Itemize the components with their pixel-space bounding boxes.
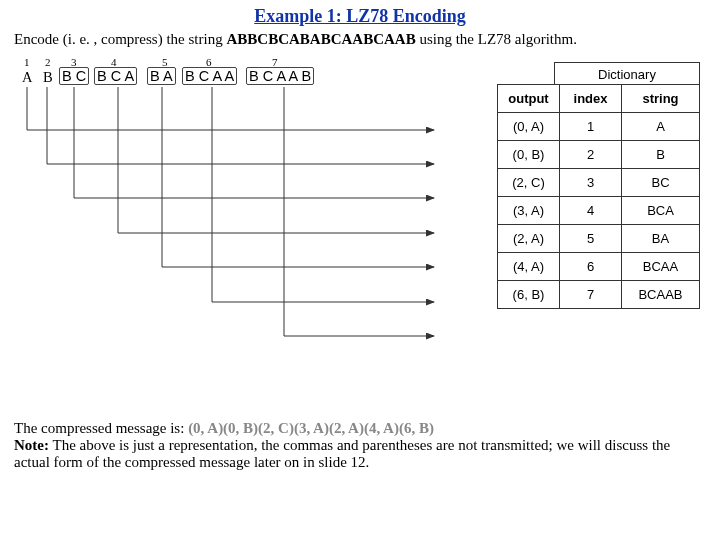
table-row: (3, A) 4 BCA bbox=[498, 197, 700, 225]
cell-index: 1 bbox=[560, 113, 622, 141]
cell-index: 2 bbox=[560, 141, 622, 169]
cell-string: BC bbox=[622, 169, 700, 197]
cell-output: (3, A) bbox=[498, 197, 560, 225]
page-title: Example 1: LZ78 Encoding bbox=[0, 0, 720, 27]
col-string: string bbox=[622, 85, 700, 113]
prompt-pre: Encode (i. e. , compress) the string bbox=[14, 31, 226, 47]
table-row: (0, B) 2 B bbox=[498, 141, 700, 169]
footer-text: The compressed message is: (0, A)(0, B)(… bbox=[0, 416, 720, 471]
cell-string: BCAAB bbox=[622, 281, 700, 309]
cell-output: (6, B) bbox=[498, 281, 560, 309]
cell-output: (2, C) bbox=[498, 169, 560, 197]
prompt-string: ABBCBCABABCAABCAAB bbox=[226, 31, 415, 47]
lz78-diagram: 1 2 3 4 5 6 7 A B B C B C A B A B C A A … bbox=[14, 56, 706, 416]
cell-string: BA bbox=[622, 225, 700, 253]
cell-output: (4, A) bbox=[498, 253, 560, 281]
compressed-msg-label: The compressed message is: bbox=[14, 420, 188, 436]
cell-index: 3 bbox=[560, 169, 622, 197]
table-row: (4, A) 6 BCAA bbox=[498, 253, 700, 281]
col-output: output bbox=[498, 85, 560, 113]
cell-index: 4 bbox=[560, 197, 622, 225]
cell-index: 5 bbox=[560, 225, 622, 253]
table-row: (2, A) 5 BA bbox=[498, 225, 700, 253]
cell-string: BCA bbox=[622, 197, 700, 225]
cell-output: (0, A) bbox=[498, 113, 560, 141]
dictionary-caption: Dictionary bbox=[554, 62, 700, 86]
table-row: (2, C) 3 BC bbox=[498, 169, 700, 197]
cell-string: BCAA bbox=[622, 253, 700, 281]
col-index: index bbox=[560, 85, 622, 113]
cell-string: B bbox=[622, 141, 700, 169]
cell-index: 6 bbox=[560, 253, 622, 281]
cell-output: (2, A) bbox=[498, 225, 560, 253]
note-text: The above is just a representation, the … bbox=[14, 437, 670, 470]
cell-string: A bbox=[622, 113, 700, 141]
dictionary-table: output index string (0, A) 1 A (0, B) 2 … bbox=[497, 84, 700, 309]
compressed-msg-value: (0, A)(0, B)(2, C)(3, A)(2, A)(4, A)(6, … bbox=[188, 420, 434, 436]
table-row: (6, B) 7 BCAAB bbox=[498, 281, 700, 309]
note-label: Note: bbox=[14, 437, 49, 453]
cell-output: (0, B) bbox=[498, 141, 560, 169]
table-row: (0, A) 1 A bbox=[498, 113, 700, 141]
encode-prompt: Encode (i. e. , compress) the string ABB… bbox=[0, 27, 720, 50]
cell-index: 7 bbox=[560, 281, 622, 309]
prompt-post: using the LZ78 algorithm. bbox=[416, 31, 577, 47]
